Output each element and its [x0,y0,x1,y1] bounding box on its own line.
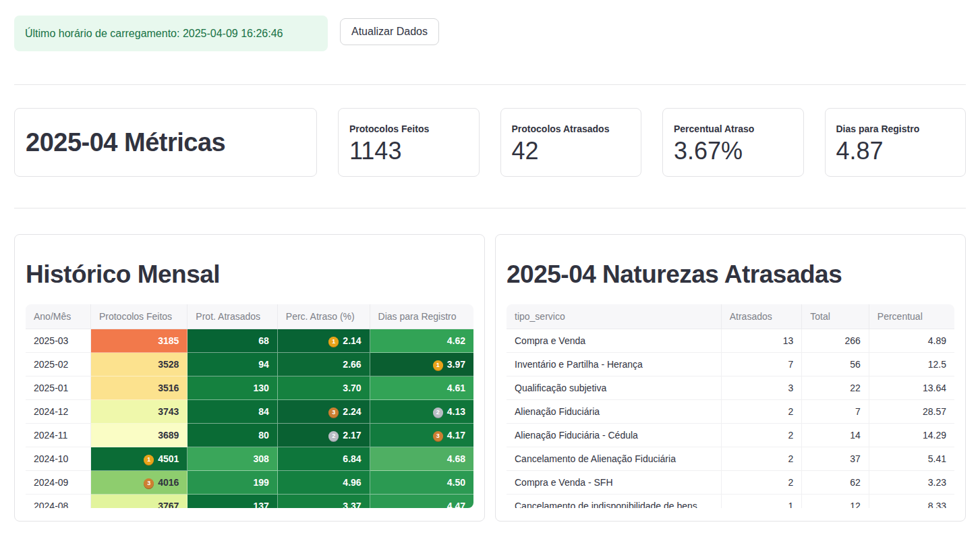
bronze-medal-icon: 3 [433,431,443,441]
naturezas-atrasadas-panel: 2025-04 Naturezas Atrasadas tipo_servico… [495,234,966,522]
ano-mes-cell: 2025-02 [26,353,91,376]
perc-atraso-cell: 32.24 [278,400,370,424]
dias-registro-cell: 34.17 [370,424,473,447]
ano-mes-cell: 2025-03 [26,329,91,353]
metric-card-percentual-atraso: Percentual Atraso 3.67% [662,108,804,177]
top-bar: Último horário de carregamento: 2025-04-… [0,16,980,51]
feitos-cell: 3528 [91,353,188,376]
atrasados-cell: 308 [188,447,277,471]
total-cell: 62 [802,471,869,495]
col-header-ano-mes: Ano/Mês [26,304,91,329]
feitos-cell: 3767 [91,495,188,508]
refresh-data-button[interactable]: Atualizar Dados [340,18,439,45]
atrasados-cell: 80 [188,424,277,447]
feitos-cell: 34016 [91,471,188,495]
metrics-title-card: 2025-04 Métricas [14,108,317,177]
dias-registro-cell: 4.50 [370,471,473,495]
total-cell: 12 [802,495,869,508]
atrasados-cell: 3 [722,376,803,400]
trophy-icon: 1 [144,455,154,465]
metric-label: Percentual Atraso [674,123,792,134]
metric-label: Protocolos Feitos [349,123,468,134]
atrasados-cell: 2 [722,424,803,447]
table-row: Alienação Fiduciária 2 7 28.57 [507,400,954,424]
total-cell: 37 [802,447,869,471]
atrasados-cell: 1 [722,495,803,508]
perc-atraso-cell: 4.96 [278,471,370,495]
bronze-medal-icon: 3 [328,408,339,418]
dias-registro-cell: 24.13 [370,400,473,424]
perc-atraso-cell: 2.66 [278,353,370,376]
ano-mes-cell: 2024-12 [26,400,91,424]
metric-label: Protocolos Atrasados [512,123,631,134]
divider [14,84,966,85]
atrasados-cell: 2 [722,471,803,495]
perc-atraso-cell: 3.70 [278,376,370,400]
ano-mes-cell: 2024-09 [26,471,91,495]
feitos-cell: 3516 [91,376,188,400]
bronze-medal-icon: 3 [144,478,154,488]
last-load-alert: Último horário de carregamento: 2025-04-… [14,16,328,51]
historico-table[interactable]: Ano/Mês Protocolos Feitos Prot. Atrasado… [26,304,473,508]
dias-registro-cell: 4.62 [370,329,473,353]
last-load-alert-text: Último horário de carregamento: 2025-04-… [25,28,283,40]
total-cell: 56 [802,353,869,376]
col-header-atrasados: Atrasados [722,304,803,329]
atrasados-cell: 84 [188,400,277,424]
naturezas-table[interactable]: tipo_servico Atrasados Total Percentual … [507,304,954,508]
dias-registro-cell: 13.97 [370,353,473,376]
tipo-servico-cell: Alienação Fiduciária [507,400,722,424]
divider [14,208,966,208]
header-row: Ano/Mês Protocolos Feitos Prot. Atrasado… [26,304,473,329]
header-row: tipo_servico Atrasados Total Percentual [507,304,954,329]
percentual-cell: 4.89 [869,329,954,353]
perc-atraso-cell: 3.37 [278,495,370,508]
percentual-cell: 3.23 [869,471,954,495]
naturezas-title: 2025-04 Naturezas Atrasadas [507,260,954,289]
perc-atraso-cell: 12.14 [278,329,370,353]
historico-mensal-panel: Histórico Mensal Ano/Mês Protocolos Feit… [14,234,485,522]
metric-value: 3.67% [674,137,792,165]
dashboard-page: Último horário de carregamento: 2025-04-… [0,0,980,522]
tipo-servico-cell: Alienação Fiduciária - Cédula [507,424,722,447]
atrasados-cell: 13 [722,329,803,353]
atrasados-cell: 199 [188,471,277,495]
atrasados-cell: 7 [722,353,803,376]
total-cell: 7 [802,400,869,424]
metrics-title: 2025-04 Métricas [26,128,225,157]
ano-mes-cell: 2024-08 [26,495,91,508]
table-row: Cancelamento de indisponibilidade de ben… [507,495,954,508]
trophy-icon: 1 [328,337,339,347]
atrasados-cell: 2 [722,400,803,424]
table-row: 2024-09 34016 199 4.96 4.50 [26,471,473,495]
atrasados-cell: 130 [188,376,277,400]
metric-card-dias-para-registro: Dias para Registro 4.87 [825,108,967,177]
tipo-servico-cell: Inventário e Partilha - Herança [507,353,722,376]
metric-value: 4.87 [836,137,955,165]
dias-registro-cell: 4.68 [370,447,473,471]
metrics-row: 2025-04 Métricas Protocolos Feitos 1143 … [0,108,980,177]
col-header-percentual: Percentual [869,304,954,329]
total-cell: 14 [802,424,869,447]
dias-registro-cell: 4.61 [370,376,473,400]
percentual-cell: 13.64 [869,376,954,400]
dias-registro-cell: 4.47 [370,495,473,508]
percentual-cell: 5.41 [869,447,954,471]
feitos-cell: 3185 [91,329,188,353]
table-row: Compra e Venda 13 266 4.89 [507,329,954,353]
percentual-cell: 28.57 [869,400,954,424]
col-header-protocolos-feitos: Protocolos Feitos [91,304,188,329]
col-header-tipo-servico: tipo_servico [507,304,722,329]
ano-mes-cell: 2024-11 [26,424,91,447]
historico-title: Histórico Mensal [26,260,473,289]
table-row: Alienação Fiduciária - Cédula 2 14 14.29 [507,424,954,447]
silver-medal-icon: 2 [433,408,443,418]
col-header-prot-atrasados: Prot. Atrasados [188,304,277,329]
table-row: Compra e Venda - SFH 2 62 3.23 [507,471,954,495]
perc-atraso-cell: 22.17 [278,424,370,447]
atrasados-cell: 2 [722,447,803,471]
metric-value: 42 [512,137,631,165]
ano-mes-cell: 2024-10 [26,447,91,471]
feitos-cell: 14501 [91,447,188,471]
metric-card-protocolos-atrasados: Protocolos Atrasados 42 [500,108,642,177]
